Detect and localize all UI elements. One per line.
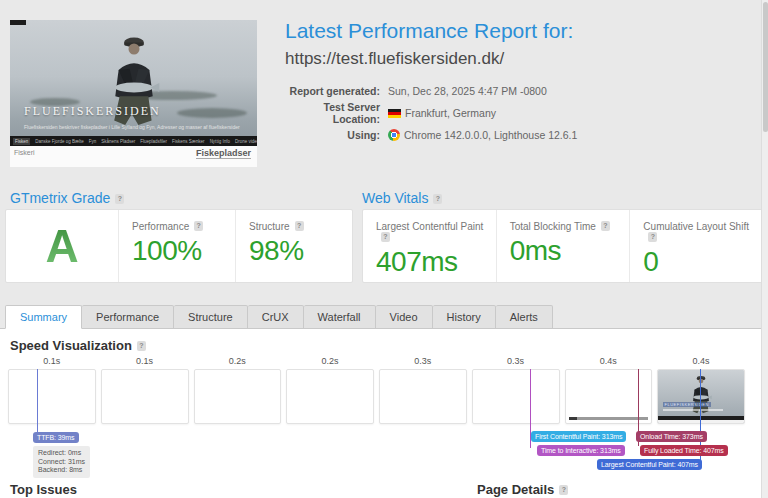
performance-label: Performance <box>132 221 189 232</box>
report-tab-bar: Summary Performance Structure CrUX Water… <box>5 305 553 329</box>
time-label: 0.1s <box>8 356 96 366</box>
filmstrip-frame[interactable] <box>8 369 96 424</box>
help-icon[interactable]: ? <box>433 194 442 204</box>
page-load-progress-bar <box>569 417 648 420</box>
tab-summary[interactable]: Summary <box>5 305 82 329</box>
help-icon[interactable]: ? <box>295 221 304 231</box>
page-details-heading: Page Details? <box>477 482 568 497</box>
site-nav-item: Nyttig Info <box>210 139 230 144</box>
tested-url[interactable]: https://test.fluefiskersiden.dk/ <box>285 49 504 69</box>
site-nav-item: Fluepladsfiler <box>140 139 167 144</box>
lcp-value: 407ms <box>376 246 492 278</box>
filmstrip-frame[interactable] <box>101 369 189 424</box>
tab-crux[interactable]: CrUX <box>248 305 304 329</box>
site-nav-item: Fyn <box>89 139 97 144</box>
site-nav-bar: Fisken Danske Fjorde og Bælte Fyn Skånen… <box>10 136 257 146</box>
timeline-time-labels: 0.1s 0.1s 0.2s 0.2s 0.3s 0.3s 0.4s 0.4s <box>8 356 745 366</box>
web-vitals-heading: Web Vitals? <box>362 190 442 206</box>
first-contentful-paint-badge[interactable]: First Contentful Paint: 313ms <box>531 431 626 442</box>
time-label: 0.4s <box>657 356 745 366</box>
ttfb-backend: Backend: 8ms <box>38 466 85 475</box>
site-nav-item: Danske Fjorde og Bælte <box>35 139 84 144</box>
site-hero-image: FLUEFISKERSIDEN Fluefiskersiden beskrive… <box>10 20 257 146</box>
tbt-metric: Total Blocking Time? 0ms <box>496 210 630 282</box>
water-texture <box>177 108 247 118</box>
largest-contentful-paint-badge[interactable]: Largest Contentful Paint: 407ms <box>597 459 702 470</box>
mini-site-title: FLUEFISKERSIDEN <box>663 402 711 407</box>
site-nav-item: Fiskens Sænker <box>172 139 205 144</box>
page-title: Latest Performance Report for: <box>285 19 573 43</box>
top-issues-heading: Top Issues <box>10 482 77 497</box>
web-vitals-card: Largest Contentful Paint? 407ms Total Bl… <box>362 209 764 283</box>
help-icon[interactable]: ? <box>137 341 146 351</box>
report-generated-label: Report generated: <box>285 85 380 97</box>
tbt-value: 0ms <box>510 235 626 267</box>
grade-letter: A <box>45 223 78 269</box>
summary-panel: Speed Visualization? 0.1s 0.1s 0.2s 0.2s… <box>0 328 768 498</box>
help-icon[interactable]: ? <box>648 232 657 242</box>
server-location-label: Test Server Location: <box>285 101 380 125</box>
browser-corner-decoration <box>10 20 26 25</box>
ttfb-redirect: Redirect: 0ms <box>38 449 85 458</box>
site-nav-item: Drone videoer og billeder <box>235 139 257 144</box>
cls-metric: Cumulative Layout Shift? 0 <box>629 210 763 282</box>
filmstrip-frame-loading[interactable] <box>565 369 653 424</box>
onload-time-badge[interactable]: Onload Time: 373ms <box>636 431 707 442</box>
filmstrip-frame[interactable] <box>379 369 467 424</box>
help-icon[interactable]: ? <box>381 232 390 242</box>
cls-label: Cumulative Layout Shift <box>643 221 749 232</box>
scrollbar-thumb[interactable] <box>763 2 768 132</box>
tab-alerts[interactable]: Alerts <box>496 305 553 329</box>
time-to-interactive-badge[interactable]: Time to Interactive: 313ms <box>537 445 625 456</box>
site-nav-item: Skånens Pladser <box>101 139 135 144</box>
ttfb-connect: Connect: 31ms <box>38 458 85 467</box>
filmstrip-frame[interactable] <box>194 369 282 424</box>
ttfb-details-box: Redirect: 0ms Connect: 31ms Backend: 8ms <box>33 446 90 478</box>
time-label: 0.3s <box>379 356 467 366</box>
structure-label: Structure <box>249 221 290 232</box>
site-subtitle-text: Fluefiskersiden beskriver fiskepladser i… <box>24 124 240 130</box>
speed-visualization-heading: Speed Visualization? <box>10 338 146 353</box>
filmstrip-frame[interactable] <box>286 369 374 424</box>
report-meta: Report generated: Sun, Dec 28, 2025 4:47… <box>285 85 577 145</box>
germany-flag-icon <box>388 109 401 118</box>
gtmetrix-grade-heading: GTmetrix Grade? <box>10 190 124 206</box>
tab-performance[interactable]: Performance <box>82 305 174 329</box>
scrollbar[interactable] <box>761 0 768 498</box>
site-screenshot-thumbnail[interactable]: FLUEFISKERSIDEN Fluefiskersiden beskrive… <box>10 20 257 167</box>
help-icon[interactable]: ? <box>115 194 124 204</box>
report-generated-value: Sun, Dec 28, 2025 4:47 PM -0800 <box>380 85 547 97</box>
filmstrip-frame-final[interactable]: FLUEFISKERSIDEN <box>657 369 745 424</box>
help-icon[interactable]: ? <box>194 221 203 231</box>
filmstrip-frame[interactable] <box>472 369 560 424</box>
help-icon[interactable]: ? <box>601 221 610 231</box>
chrome-icon <box>388 129 400 141</box>
ttfb-badge[interactable]: TTFB: 39ms <box>33 432 79 443</box>
site-title-text: FLUEFISKERSIDEN <box>24 104 161 119</box>
site-nav-item: Fisken <box>13 138 30 145</box>
tab-video[interactable]: Video <box>376 305 433 329</box>
filmstrip-frames: FLUEFISKERSIDEN <box>8 369 745 424</box>
structure-value: 98% <box>249 235 348 267</box>
structure-metric: Structure? 98% <box>235 210 352 282</box>
gtmetrix-grade-card: A Performance? 100% Structure? 98% <box>5 209 353 283</box>
using-label: Using: <box>285 129 380 141</box>
lcp-label: Largest Contentful Paint <box>376 221 483 232</box>
cls-value: 0 <box>643 246 759 278</box>
time-label: 0.2s <box>286 356 374 366</box>
site-footer-logo: Fiskepladser <box>196 148 251 159</box>
lcp-metric: Largest Contentful Paint? 407ms <box>363 210 496 282</box>
fully-loaded-time-badge[interactable]: Fully Loaded Time: 407ms <box>640 445 728 456</box>
time-label: 0.3s <box>472 356 560 366</box>
help-icon[interactable]: ? <box>559 485 568 495</box>
site-footer-text: Fiskeri <box>14 149 35 156</box>
tab-structure[interactable]: Structure <box>174 305 248 329</box>
tab-waterfall[interactable]: Waterfall <box>304 305 376 329</box>
ttfb-marker-line <box>37 369 38 433</box>
tbt-label: Total Blocking Time <box>510 221 596 232</box>
time-label: 0.2s <box>194 356 282 366</box>
server-location-value: Frankfurt, Germany <box>405 107 496 119</box>
performance-metric: Performance? 100% <box>118 210 235 282</box>
mini-site-footer <box>658 420 744 423</box>
tab-history[interactable]: History <box>433 305 496 329</box>
